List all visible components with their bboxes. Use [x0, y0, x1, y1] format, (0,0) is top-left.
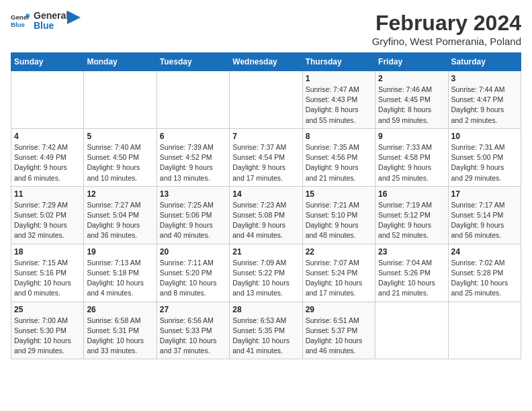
logo: General Blue General Blue	[11, 11, 81, 32]
day-number: 3	[451, 74, 518, 83]
calendar-cell: 15Sunrise: 7:21 AM Sunset: 5:10 PM Dayli…	[302, 186, 375, 244]
title-block: February 2024 Gryfino, West Pomerania, P…	[372, 11, 521, 47]
calendar-cell: 24Sunrise: 7:02 AM Sunset: 5:28 PM Dayli…	[448, 244, 521, 302]
calendar-cell: 19Sunrise: 7:13 AM Sunset: 5:18 PM Dayli…	[84, 244, 157, 302]
day-number: 10	[451, 132, 518, 141]
calendar-week-1: 1Sunrise: 7:47 AM Sunset: 4:43 PM Daylig…	[11, 71, 521, 129]
day-number: 25	[14, 305, 81, 314]
day-number: 27	[160, 305, 226, 314]
day-detail: Sunrise: 7:17 AM Sunset: 5:14 PM Dayligh…	[451, 200, 518, 241]
calendar-cell: 12Sunrise: 7:27 AM Sunset: 5:04 PM Dayli…	[84, 186, 157, 244]
day-number: 23	[378, 247, 445, 257]
column-header-friday: Friday	[375, 53, 448, 71]
day-detail: Sunrise: 7:46 AM Sunset: 4:45 PM Dayligh…	[378, 85, 445, 126]
calendar-cell: 25Sunrise: 7:00 AM Sunset: 5:30 PM Dayli…	[11, 302, 84, 359]
day-detail: Sunrise: 7:00 AM Sunset: 5:30 PM Dayligh…	[14, 316, 81, 357]
day-detail: Sunrise: 7:04 AM Sunset: 5:26 PM Dayligh…	[378, 258, 445, 299]
day-number: 28	[232, 305, 299, 314]
calendar-cell: 10Sunrise: 7:31 AM Sunset: 5:00 PM Dayli…	[448, 128, 521, 186]
main-title: February 2024	[372, 11, 521, 36]
day-detail: Sunrise: 7:31 AM Sunset: 5:00 PM Dayligh…	[451, 142, 518, 183]
day-detail: Sunrise: 7:07 AM Sunset: 5:24 PM Dayligh…	[306, 258, 372, 299]
calendar-week-5: 25Sunrise: 7:00 AM Sunset: 5:30 PM Dayli…	[11, 302, 521, 359]
day-number: 14	[232, 189, 299, 199]
calendar-cell: 20Sunrise: 7:11 AM Sunset: 5:20 PM Dayli…	[157, 244, 229, 302]
day-detail: Sunrise: 7:13 AM Sunset: 5:18 PM Dayligh…	[87, 258, 153, 299]
calendar-cell: 5Sunrise: 7:40 AM Sunset: 4:50 PM Daylig…	[84, 128, 157, 186]
day-number: 2	[378, 74, 445, 83]
calendar-cell: 6Sunrise: 7:39 AM Sunset: 4:52 PM Daylig…	[157, 128, 229, 186]
logo-icon: General Blue	[11, 11, 30, 30]
calendar-cell: 9Sunrise: 7:33 AM Sunset: 4:58 PM Daylig…	[375, 128, 448, 186]
day-number: 22	[306, 247, 372, 257]
calendar-week-2: 4Sunrise: 7:42 AM Sunset: 4:49 PM Daylig…	[11, 128, 521, 186]
logo-arrow-icon	[67, 11, 81, 24]
day-detail: Sunrise: 7:15 AM Sunset: 5:16 PM Dayligh…	[14, 258, 81, 299]
day-detail: Sunrise: 7:29 AM Sunset: 5:02 PM Dayligh…	[14, 200, 81, 241]
day-detail: Sunrise: 7:37 AM Sunset: 4:54 PM Dayligh…	[232, 142, 299, 183]
day-detail: Sunrise: 7:21 AM Sunset: 5:10 PM Dayligh…	[306, 200, 372, 241]
day-detail: Sunrise: 7:19 AM Sunset: 5:12 PM Dayligh…	[378, 200, 445, 241]
calendar-cell: 29Sunrise: 6:51 AM Sunset: 5:37 PM Dayli…	[302, 302, 375, 359]
logo-blue: Blue	[34, 21, 69, 31]
day-detail: Sunrise: 7:09 AM Sunset: 5:22 PM Dayligh…	[232, 258, 299, 299]
day-number: 8	[306, 132, 372, 141]
calendar-cell	[230, 71, 302, 129]
calendar-cell	[11, 71, 84, 129]
day-number: 26	[87, 305, 153, 314]
calendar-cell: 23Sunrise: 7:04 AM Sunset: 5:26 PM Dayli…	[375, 244, 448, 302]
day-number: 5	[87, 132, 153, 141]
calendar-cell: 3Sunrise: 7:44 AM Sunset: 4:47 PM Daylig…	[448, 71, 521, 129]
calendar-cell: 11Sunrise: 7:29 AM Sunset: 5:02 PM Dayli…	[11, 186, 84, 244]
calendar-cell: 14Sunrise: 7:23 AM Sunset: 5:08 PM Dayli…	[230, 186, 302, 244]
day-number: 24	[451, 247, 518, 257]
day-detail: Sunrise: 7:44 AM Sunset: 4:47 PM Dayligh…	[451, 85, 518, 126]
day-detail: Sunrise: 7:40 AM Sunset: 4:50 PM Dayligh…	[87, 142, 153, 183]
day-number: 18	[14, 247, 81, 257]
day-number: 1	[306, 74, 372, 83]
day-detail: Sunrise: 7:25 AM Sunset: 5:06 PM Dayligh…	[160, 200, 226, 241]
day-number: 16	[378, 189, 445, 199]
calendar-cell: 2Sunrise: 7:46 AM Sunset: 4:45 PM Daylig…	[375, 71, 448, 129]
day-number: 7	[232, 132, 299, 141]
day-detail: Sunrise: 7:33 AM Sunset: 4:58 PM Dayligh…	[378, 142, 445, 183]
day-detail: Sunrise: 7:27 AM Sunset: 5:04 PM Dayligh…	[87, 200, 153, 241]
day-number: 13	[160, 189, 226, 199]
calendar-cell: 1Sunrise: 7:47 AM Sunset: 4:43 PM Daylig…	[302, 71, 375, 129]
calendar-cell: 7Sunrise: 7:37 AM Sunset: 4:54 PM Daylig…	[230, 128, 302, 186]
svg-text:Blue: Blue	[11, 21, 25, 28]
day-detail: Sunrise: 6:51 AM Sunset: 5:37 PM Dayligh…	[306, 316, 372, 357]
calendar-cell: 17Sunrise: 7:17 AM Sunset: 5:14 PM Dayli…	[448, 186, 521, 244]
calendar-header-row: SundayMondayTuesdayWednesdayThursdayFrid…	[11, 53, 521, 71]
calendar-cell: 13Sunrise: 7:25 AM Sunset: 5:06 PM Dayli…	[157, 186, 229, 244]
day-detail: Sunrise: 7:35 AM Sunset: 4:56 PM Dayligh…	[306, 142, 372, 183]
column-header-thursday: Thursday	[302, 53, 375, 71]
column-header-saturday: Saturday	[448, 53, 521, 71]
day-detail: Sunrise: 7:47 AM Sunset: 4:43 PM Dayligh…	[306, 85, 372, 126]
calendar-cell	[157, 71, 229, 129]
calendar-cell: 18Sunrise: 7:15 AM Sunset: 5:16 PM Dayli…	[11, 244, 84, 302]
column-header-sunday: Sunday	[11, 53, 84, 71]
calendar-cell: 28Sunrise: 6:53 AM Sunset: 5:35 PM Dayli…	[230, 302, 302, 359]
day-number: 11	[14, 189, 81, 199]
svg-marker-4	[67, 11, 81, 24]
column-header-tuesday: Tuesday	[157, 53, 229, 71]
day-number: 9	[378, 132, 445, 141]
day-number: 29	[306, 305, 372, 314]
calendar-cell: 21Sunrise: 7:09 AM Sunset: 5:22 PM Dayli…	[230, 244, 302, 302]
day-detail: Sunrise: 6:53 AM Sunset: 5:35 PM Dayligh…	[232, 316, 299, 357]
calendar-cell	[448, 302, 521, 359]
day-number: 6	[160, 132, 226, 141]
day-detail: Sunrise: 7:42 AM Sunset: 4:49 PM Dayligh…	[14, 142, 81, 183]
calendar-cell	[84, 71, 157, 129]
calendar-cell	[375, 302, 448, 359]
day-detail: Sunrise: 7:23 AM Sunset: 5:08 PM Dayligh…	[232, 200, 299, 241]
day-detail: Sunrise: 7:39 AM Sunset: 4:52 PM Dayligh…	[160, 142, 226, 183]
column-header-monday: Monday	[84, 53, 157, 71]
calendar-cell: 4Sunrise: 7:42 AM Sunset: 4:49 PM Daylig…	[11, 128, 84, 186]
calendar-cell: 27Sunrise: 6:56 AM Sunset: 5:33 PM Dayli…	[157, 302, 229, 359]
calendar-week-3: 11Sunrise: 7:29 AM Sunset: 5:02 PM Dayli…	[11, 186, 521, 244]
day-number: 19	[87, 247, 153, 257]
calendar-week-4: 18Sunrise: 7:15 AM Sunset: 5:16 PM Dayli…	[11, 244, 521, 302]
day-detail: Sunrise: 6:58 AM Sunset: 5:31 PM Dayligh…	[87, 316, 153, 357]
